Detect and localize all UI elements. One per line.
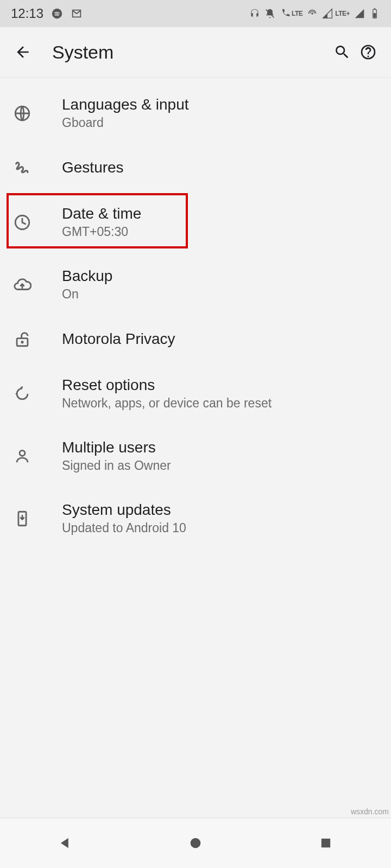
setting-backup[interactable]: Backup On	[0, 253, 391, 316]
gesture-icon	[13, 158, 31, 177]
setting-reset-options[interactable]: Reset options Network, apps, or device c…	[0, 362, 391, 425]
status-bar: 12:13 LTE LTE+	[0, 0, 391, 27]
app-bar: System	[0, 27, 391, 78]
lte-label: LTE	[292, 10, 302, 17]
person-icon	[13, 447, 31, 465]
setting-multiple-users[interactable]: Multiple users Signed in as Owner	[0, 425, 391, 487]
spotify-icon	[51, 8, 63, 20]
setting-date-time[interactable]: Date & time GMT+05:30	[0, 191, 391, 253]
battery-icon	[369, 8, 380, 19]
settings-list: Languages & input Gboard Gestures Date &…	[0, 78, 391, 550]
headset-icon	[249, 8, 260, 19]
reset-icon	[13, 385, 31, 403]
setting-subtitle: Signed in as Owner	[62, 458, 171, 473]
setting-subtitle: On	[62, 287, 112, 302]
svg-point-2	[312, 12, 313, 14]
nav-back-icon	[58, 835, 73, 851]
signal-1-icon	[322, 8, 333, 19]
setting-subtitle: Updated to Android 10	[62, 521, 186, 535]
globe-icon	[13, 104, 31, 123]
setting-title: System updates	[62, 501, 186, 519]
setting-title: Backup	[62, 267, 112, 285]
nav-recent-button[interactable]	[301, 827, 350, 859]
navigation-bar	[0, 818, 391, 868]
nav-home-icon	[188, 835, 203, 851]
nav-back-button[interactable]	[41, 827, 90, 859]
setting-title: Date & time	[62, 205, 141, 222]
gmail-icon	[71, 8, 83, 20]
setting-languages-input[interactable]: Languages & input Gboard	[0, 82, 391, 144]
setting-system-updates[interactable]: System updates Updated to Android 10	[0, 487, 391, 550]
signal-2-icon	[354, 8, 365, 19]
setting-title: Motorola Privacy	[62, 330, 175, 348]
setting-motorola-privacy[interactable]: Motorola Privacy	[0, 316, 391, 362]
setting-subtitle: GMT+05:30	[62, 225, 141, 239]
phone-download-icon	[13, 509, 31, 528]
setting-gestures[interactable]: Gestures	[0, 144, 391, 191]
cloud-upload-icon	[13, 276, 31, 294]
volte-icon	[280, 8, 291, 19]
help-icon	[360, 43, 377, 61]
svg-rect-10	[321, 839, 330, 847]
status-right: LTE LTE+	[249, 8, 380, 19]
back-button[interactable]	[10, 39, 36, 65]
setting-title: Reset options	[62, 376, 272, 394]
setting-subtitle: Network, apps, or device can be reset	[62, 396, 272, 411]
bell-off-icon	[264, 8, 275, 19]
page-title: System	[52, 42, 329, 63]
svg-point-6	[21, 341, 23, 343]
status-left: 12:13	[11, 6, 83, 21]
setting-subtitle: Gboard	[62, 116, 189, 130]
svg-point-9	[191, 838, 201, 848]
back-arrow-icon	[14, 43, 31, 61]
nav-home-button[interactable]	[171, 827, 220, 859]
svg-point-7	[20, 450, 25, 456]
setting-title: Multiple users	[62, 439, 171, 456]
hotspot-icon	[307, 8, 318, 19]
search-icon	[333, 43, 351, 61]
search-button[interactable]	[329, 39, 355, 65]
setting-title: Languages & input	[62, 96, 189, 113]
lte2-label: LTE+	[335, 10, 350, 17]
clock-icon	[13, 213, 31, 232]
help-button[interactable]	[355, 39, 381, 65]
nav-recent-icon	[318, 835, 333, 851]
status-time: 12:13	[11, 6, 43, 21]
watermark: wsxdn.com	[351, 807, 389, 816]
lock-open-icon	[13, 330, 31, 348]
setting-title: Gestures	[62, 159, 124, 176]
